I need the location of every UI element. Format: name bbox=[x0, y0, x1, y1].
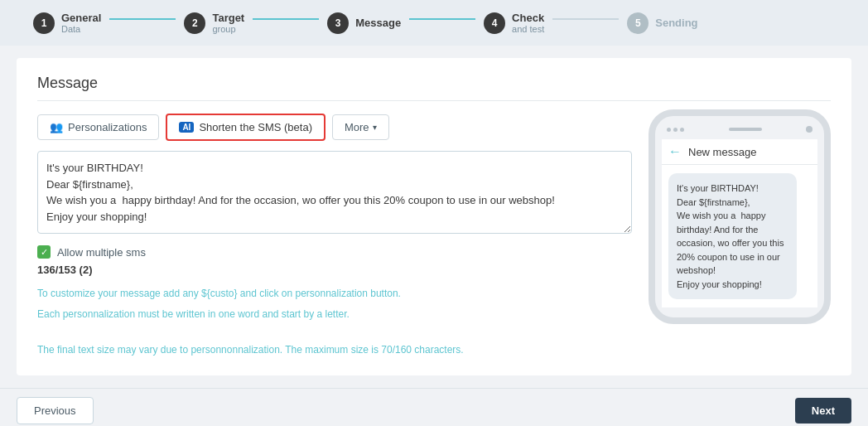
step-5-circle: 5 bbox=[627, 12, 649, 34]
checkmark-icon: ✓ bbox=[41, 247, 48, 258]
personalizations-button[interactable]: 👥 Personalizations bbox=[37, 114, 159, 140]
phone-header-title: New message bbox=[688, 146, 756, 158]
sms-bubble: It's your BIRTHDAY!Dear ${firstname},We … bbox=[668, 173, 797, 299]
warning-text: The final text size may vary due to pers… bbox=[37, 342, 632, 358]
step-5-title: Sending bbox=[655, 17, 697, 29]
allow-multiple-sms-label: Allow multiple sms bbox=[57, 246, 146, 259]
step-4-circle: 4 bbox=[484, 12, 505, 34]
step-line-2 bbox=[253, 18, 319, 20]
step-2-circle: 2 bbox=[184, 12, 205, 34]
phone-dot-3 bbox=[680, 128, 684, 132]
previous-button[interactable]: Previous bbox=[17, 397, 94, 424]
more-button[interactable]: More ▾ bbox=[332, 114, 389, 140]
message-textarea[interactable]: It's your BIRTHDAY! Dear ${firstname}, W… bbox=[37, 151, 632, 234]
stepper: 1 General Data 2 Target group 3 Message bbox=[0, 0, 868, 46]
ai-button-label: Shorten the SMS (beta) bbox=[199, 121, 312, 133]
phone-dots bbox=[667, 128, 684, 132]
step-4: 4 Check and test bbox=[484, 12, 544, 34]
phone-dot-1 bbox=[667, 128, 671, 132]
left-panel: 👥 Personalizations AI Shorten the SMS (b… bbox=[37, 114, 632, 359]
step-3: 3 Message bbox=[327, 12, 401, 34]
step-3-title: Message bbox=[355, 17, 401, 29]
step-1: 1 General Data bbox=[33, 12, 101, 34]
sms-preview-text: It's your BIRTHDAY!Dear ${firstname},We … bbox=[677, 183, 784, 289]
step-3-circle: 3 bbox=[327, 12, 349, 34]
people-icon: 👥 bbox=[50, 121, 63, 133]
step-4-subtitle: and test bbox=[512, 24, 544, 34]
allow-multiple-sms-row: ✓ Allow multiple sms bbox=[37, 245, 632, 259]
step-4-text: Check and test bbox=[512, 12, 544, 34]
next-button[interactable]: Next bbox=[795, 398, 851, 424]
chevron-down-icon: ▾ bbox=[373, 123, 377, 132]
step-2-text: Target group bbox=[212, 12, 244, 34]
step-2-subtitle: group bbox=[212, 24, 244, 34]
step-3-text: Message bbox=[355, 17, 401, 29]
page-title: Message bbox=[37, 75, 831, 101]
step-5: 5 Sending bbox=[627, 12, 697, 34]
step-2-title: Target bbox=[212, 12, 244, 24]
phone-mockup: ← New message It's your BIRTHDAY!Dear ${… bbox=[649, 109, 831, 324]
allow-multiple-sms-checkbox[interactable]: ✓ bbox=[37, 245, 51, 259]
ai-badge: AI bbox=[179, 122, 194, 133]
step-1-title: General bbox=[61, 12, 101, 24]
step-line-3 bbox=[409, 18, 475, 20]
phone-dot-2 bbox=[673, 128, 678, 132]
phone-header: ← New message bbox=[662, 139, 817, 165]
step-4-title: Check bbox=[512, 12, 544, 24]
step-line-4 bbox=[552, 18, 619, 20]
step-5-text: Sending bbox=[655, 17, 697, 29]
step-1-subtitle: Data bbox=[61, 24, 101, 34]
main-content: Message 👥 Personalizations AI Shorten th… bbox=[17, 58, 851, 375]
back-arrow-icon: ← bbox=[668, 144, 682, 159]
phone-speaker bbox=[729, 128, 762, 131]
phone-camera bbox=[806, 126, 813, 133]
step-1-text: General Data bbox=[61, 12, 101, 34]
info-line-1: To customize your message add any ${cust… bbox=[37, 286, 632, 302]
info-line-2: Each personnalization must be written in… bbox=[37, 307, 632, 322]
phone-messages: It's your BIRTHDAY!Dear ${firstname},We … bbox=[662, 165, 817, 307]
phone-top-bar bbox=[662, 126, 817, 139]
content-area: 👥 Personalizations AI Shorten the SMS (b… bbox=[37, 114, 831, 359]
step-line-1 bbox=[109, 18, 176, 20]
ai-shorten-button[interactable]: AI Shorten the SMS (beta) bbox=[166, 114, 326, 141]
step-1-circle: 1 bbox=[33, 12, 55, 34]
toolbar: 👥 Personalizations AI Shorten the SMS (b… bbox=[37, 114, 632, 141]
char-count: 136/153 (2) bbox=[37, 264, 632, 276]
personalizations-label: Personalizations bbox=[68, 121, 147, 133]
footer: Previous Next bbox=[0, 388, 868, 426]
step-2: 2 Target group bbox=[184, 12, 244, 34]
more-label: More bbox=[345, 121, 369, 133]
